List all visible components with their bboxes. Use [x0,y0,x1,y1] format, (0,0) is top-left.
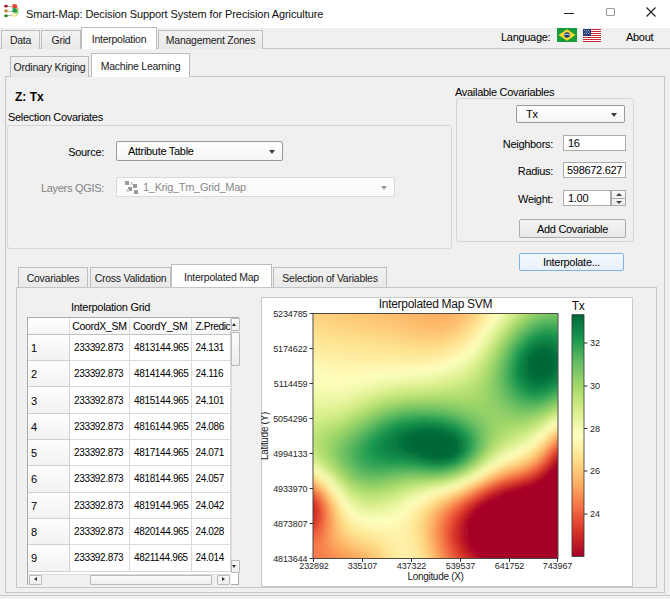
svg-text:32: 32 [590,338,600,348]
svg-text:5114459: 5114459 [274,379,308,389]
svg-text:4994133: 4994133 [273,449,307,459]
svg-text:4933970: 4933970 [273,484,307,494]
svg-text:26: 26 [590,466,600,476]
svg-text:5234785: 5234785 [273,309,307,319]
svg-text:5054296: 5054296 [273,414,307,424]
svg-text:28: 28 [590,424,600,434]
svg-text:335107: 335107 [348,561,378,571]
svg-text:24: 24 [590,509,600,519]
svg-text:30: 30 [590,381,600,391]
svg-text:Tx: Tx [572,299,585,313]
svg-text:5174622: 5174622 [273,344,307,354]
svg-text:232892: 232892 [299,561,329,571]
svg-text:Interpolated Map SVM: Interpolated Map SVM [379,297,493,311]
svg-text:Longitude (X): Longitude (X) [407,571,463,582]
svg-text:641752: 641752 [495,561,525,571]
svg-text:4873807: 4873807 [273,519,307,529]
svg-text:437322: 437322 [397,561,427,571]
svg-text:539537: 539537 [446,561,476,571]
svg-text:743967: 743967 [543,561,573,571]
svg-text:Latitude (Y): Latitude (Y) [261,412,270,460]
